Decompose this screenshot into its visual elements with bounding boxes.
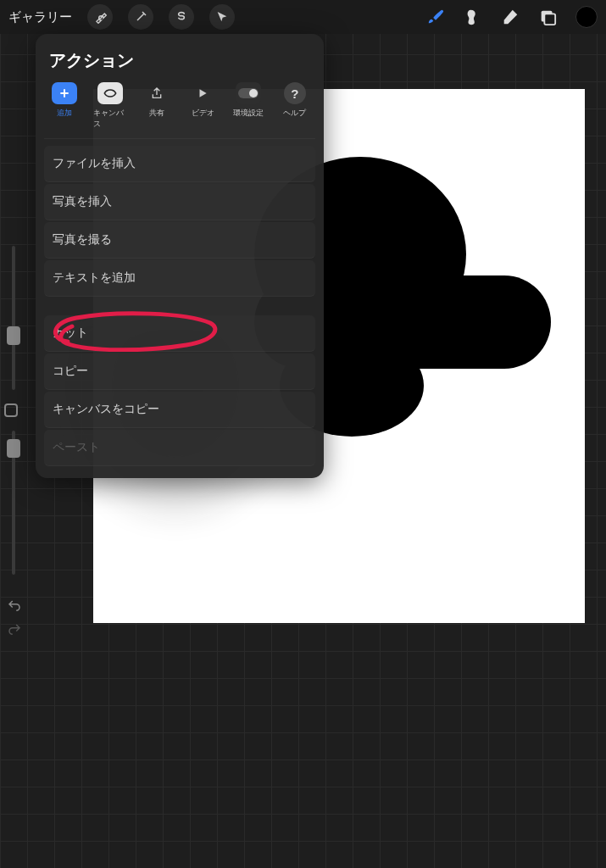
tab-label: 環境設定 <box>233 108 264 119</box>
brush-opacity-slider[interactable] <box>12 431 15 575</box>
tab-label: ヘルプ <box>283 108 306 119</box>
menu-section-clipboard: カット コピー キャンバスをコピー ペースト <box>44 315 315 466</box>
tab-add[interactable]: 追加 <box>47 82 81 130</box>
play-icon <box>190 82 215 104</box>
brush-button[interactable] <box>426 8 445 26</box>
menu-insert-file[interactable]: ファイルを挿入 <box>44 146 315 182</box>
selection-s-icon <box>175 10 188 24</box>
undo-icon <box>7 598 22 614</box>
transform-button[interactable] <box>209 4 235 30</box>
tab-video[interactable]: ビデオ <box>186 82 220 130</box>
tab-label: ビデオ <box>192 108 214 119</box>
eraser-button[interactable] <box>501 8 520 26</box>
tab-canvas[interactable]: キャンバス <box>93 82 127 130</box>
canvas-icon <box>97 82 123 104</box>
svg-point-3 <box>249 89 258 97</box>
share-icon <box>144 82 170 104</box>
redo-icon <box>7 622 22 637</box>
wrench-icon <box>93 10 107 24</box>
undo-redo-group <box>5 597 24 639</box>
menu-paste[interactable]: ペースト <box>44 430 315 466</box>
smudge-icon <box>464 8 482 26</box>
tab-help[interactable]: ? ヘルプ <box>278 82 312 130</box>
svg-rect-1 <box>544 14 555 25</box>
plus-icon <box>52 82 77 104</box>
tab-label: 追加 <box>57 108 72 119</box>
help-icon: ? <box>284 82 306 104</box>
actions-wrench-button[interactable] <box>87 4 113 30</box>
tab-share[interactable]: 共有 <box>140 82 174 130</box>
undo-button[interactable] <box>5 597 24 615</box>
layers-button[interactable] <box>538 8 557 26</box>
wand-icon <box>134 10 147 24</box>
smudge-button[interactable] <box>464 8 482 26</box>
menu-section-insert: ファイルを挿入 写真を挿入 写真を撮る テキストを追加 <box>44 146 315 297</box>
modify-button[interactable] <box>4 403 18 417</box>
brush-size-slider[interactable] <box>12 246 15 390</box>
top-toolbar: ギャラリー <box>0 0 606 34</box>
gallery-button[interactable]: ギャラリー <box>8 9 72 25</box>
tab-prefs[interactable]: 環境設定 <box>231 82 265 130</box>
cursor-icon <box>215 10 229 24</box>
top-toolbar-right <box>426 6 598 28</box>
tab-label: 共有 <box>149 108 164 119</box>
menu-add-text[interactable]: テキストを追加 <box>44 260 315 297</box>
tab-label: キャンバス <box>93 108 127 130</box>
slider-thumb[interactable] <box>7 439 20 458</box>
menu-insert-photo[interactable]: 写真を挿入 <box>44 184 315 220</box>
menu-cut[interactable]: カット <box>44 315 315 352</box>
menu-copy[interactable]: コピー <box>44 353 315 390</box>
actions-popup: アクション 追加 キャンバス 共有 ビデオ <box>36 34 324 478</box>
side-sliders <box>0 246 27 575</box>
eraser-icon <box>501 8 520 26</box>
brush-icon <box>426 8 445 26</box>
toggle-icon <box>236 82 261 104</box>
menu-take-photo[interactable]: 写真を撮る <box>44 222 315 259</box>
actions-title: アクション <box>44 46 315 82</box>
layers-icon <box>538 8 557 26</box>
menu-copy-canvas[interactable]: キャンバスをコピー <box>44 392 315 428</box>
color-picker-button[interactable] <box>575 6 598 28</box>
adjustments-button[interactable] <box>128 4 153 30</box>
redo-button[interactable] <box>5 620 24 639</box>
actions-tabs: 追加 キャンバス 共有 ビデオ 環境設定 <box>44 82 315 139</box>
selection-button[interactable] <box>169 4 194 30</box>
slider-thumb[interactable] <box>7 326 20 345</box>
top-toolbar-left: ギャラリー <box>8 4 235 30</box>
